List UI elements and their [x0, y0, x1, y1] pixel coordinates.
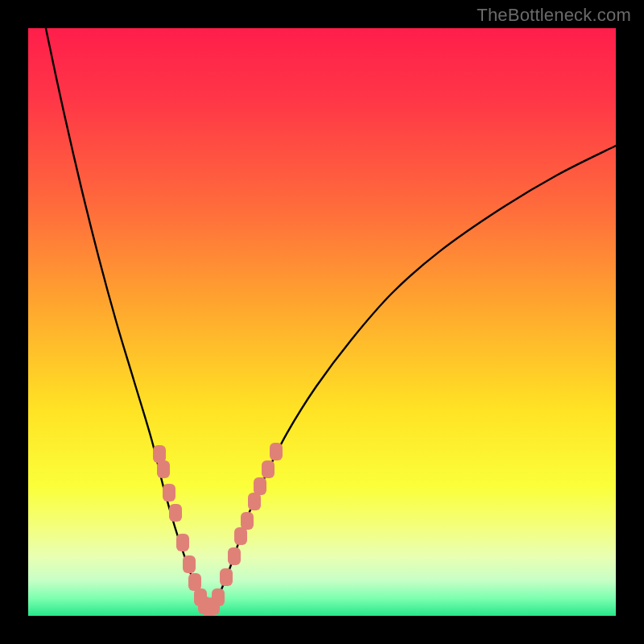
data-marker — [241, 512, 254, 530]
data-marker — [220, 568, 233, 586]
data-marker — [176, 534, 189, 551]
data-marker — [163, 484, 175, 502]
data-marker — [262, 460, 275, 478]
data-marker — [228, 547, 241, 565]
data-marker — [157, 460, 170, 478]
data-marker — [183, 555, 196, 573]
data-marker — [169, 504, 182, 522]
plot-area — [28, 28, 616, 616]
data-marker — [270, 443, 283, 460]
chart-frame: TheBottleneck.com — [0, 0, 644, 644]
data-marker — [212, 588, 225, 606]
watermark-text: TheBottleneck.com — [477, 5, 631, 26]
bottleneck-curve — [28, 28, 616, 609]
data-marker — [234, 527, 247, 545]
data-marker — [254, 477, 266, 495]
curve-layer — [28, 28, 616, 616]
